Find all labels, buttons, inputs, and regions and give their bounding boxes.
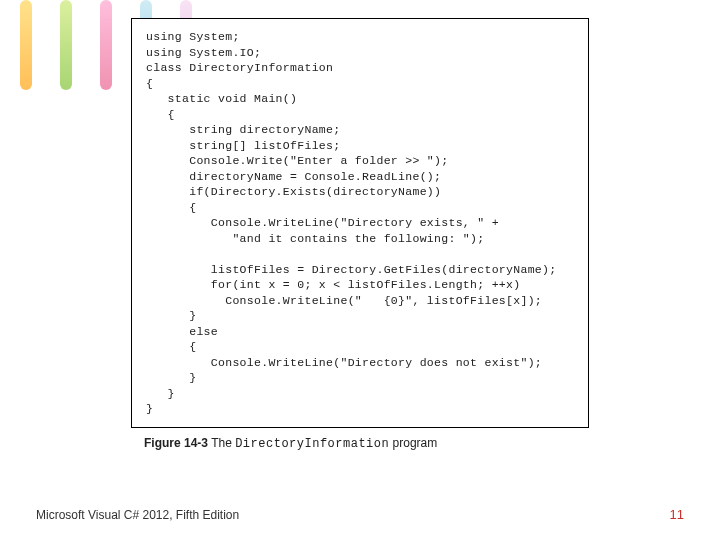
- footer-book-title: Microsoft Visual C# 2012, Fifth Edition: [36, 508, 239, 522]
- code-listing: using System; using System.IO; class Dir…: [131, 18, 589, 428]
- footer-page-number: 11: [670, 507, 684, 522]
- figure-caption: Figure 14-3 The DirectoryInformation pro…: [144, 436, 576, 451]
- stripe: [60, 0, 72, 90]
- figure-label: Figure 14-3: [144, 436, 208, 450]
- stripe: [100, 0, 112, 90]
- stripe: [20, 0, 32, 90]
- figure-program-name: DirectoryInformation: [235, 437, 389, 451]
- figure-desc-pre: The: [211, 436, 235, 450]
- figure-desc-post: program: [389, 436, 437, 450]
